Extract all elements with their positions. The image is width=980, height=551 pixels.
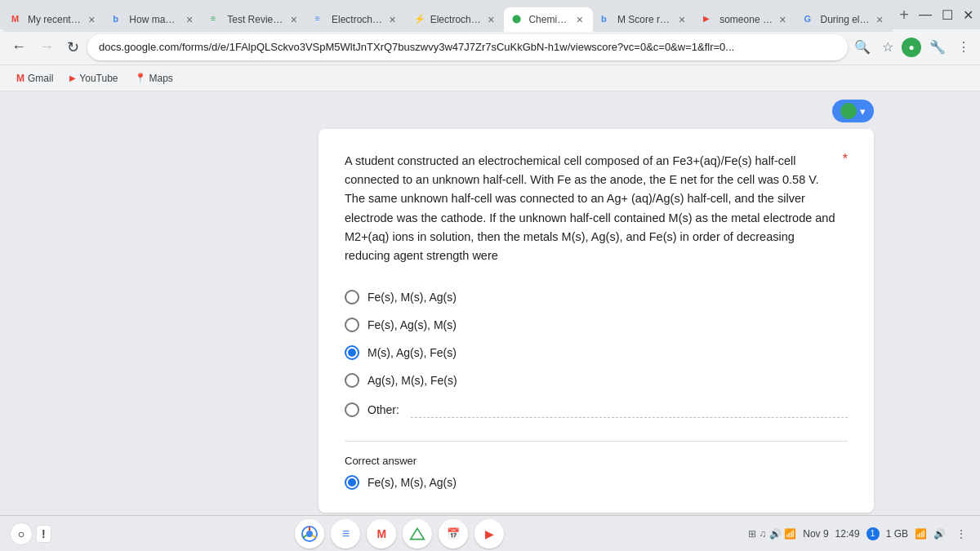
bookmark-maps[interactable]: 📍 Maps [128,69,180,87]
tab-close-icon[interactable]: × [875,12,884,27]
taskbar-menu-button[interactable]: ⋮ [952,524,970,544]
radio-inner [348,349,356,357]
radio-button-2[interactable] [345,318,359,332]
taskbar-calendar-icon[interactable]: 📅 [439,519,468,549]
tab-electroche-1[interactable]: ≡ Electroche... × [307,7,406,32]
back-button[interactable]: ← [7,35,31,59]
close-window-button[interactable]: ✕ [960,7,977,23]
sound-icon: 🔊 [933,528,946,540]
bookmark-youtube[interactable]: ▶ YouTube [63,69,124,87]
question-header: A student constructed an electrochemical… [345,152,848,265]
tab-my-recently[interactable]: M My recently... × [3,7,105,32]
tab-someone[interactable]: ▶ someone b... × [695,7,795,32]
notification-badge: 1 [866,527,880,540]
youtube-icon: ▶ [69,73,76,82]
radio-button-5[interactable] [345,402,359,417]
tab-icon-docs: ≡ [211,14,222,25]
tab-close-icon[interactable]: × [777,12,787,27]
tab-chemistry[interactable]: ⬤ Chemistry × [504,7,593,32]
tab-label: Test Review... [227,14,284,25]
option-item[interactable]: Fe(s), Ag(s), M(s) [345,311,848,339]
address-bar-icons: 🔍 ☆ ● 🔧 ⋮ [851,36,973,58]
reload-button[interactable]: ↻ [62,35,84,60]
taskbar-icons-cluster: ⊞ ♫ 🔊 📶 [748,528,796,540]
taskbar-gmail-icon[interactable]: M [367,519,396,549]
option-label-5: Other: [368,403,399,416]
tab-close-icon[interactable]: × [87,12,96,27]
taskbar-circle-button[interactable]: ○ [10,522,33,545]
radio-button-4[interactable] [345,373,359,388]
docs-icon-symbol: ≡ [342,527,350,541]
taskbar-chrome-icon[interactable] [295,519,324,549]
correct-option: Fe(s), M(s), Ag(s) [345,475,848,490]
tab-icon-lightning: ⚡ [414,14,425,25]
tab-close-icon[interactable]: × [289,12,299,27]
radio-button-1[interactable] [345,290,359,304]
tab-mscore[interactable]: b M Score rel... × [593,7,695,32]
tab-test-review[interactable]: ≡ Test Review... × [203,7,307,32]
wifi-icon: 📶 [915,528,927,540]
extension-icon[interactable]: 🔧 [926,36,949,58]
left-sidebar-space [0,91,212,515]
bookmark-maps-label: Maps [149,73,173,84]
tab-during[interactable]: G During ele... × [795,7,893,32]
option-item-selected[interactable]: M(s), Ag(s), Fe(s) [345,339,848,367]
question-text: A student constructed an electrochemical… [345,152,838,265]
required-star: * [843,152,848,265]
tab-icon-youtube: ▶ [703,14,715,25]
tab-close-icon[interactable]: × [575,12,585,27]
correct-radio-outer [345,475,359,490]
exclamation-button[interactable]: ! [36,525,51,543]
bookmark-icon[interactable]: ☆ [879,36,897,58]
url-input[interactable] [87,34,848,60]
other-text-input[interactable] [411,401,848,418]
calendar-icon-symbol: 📅 [447,527,460,540]
new-tab-button[interactable]: + [893,6,915,24]
options-list: Fe(s), M(s), Ag(s) Fe(s), Ag(s), M(s) M(… [345,283,848,424]
taskbar: ○ ! ≡ M 📅 ▶ [0,515,980,551]
correct-answer-label: Correct answer [345,455,848,467]
avatar-button[interactable]: ▾ [832,100,874,122]
bookmark-gmail-label: Gmail [28,73,53,84]
search-icon[interactable]: 🔍 [851,36,874,58]
menu-button[interactable]: ⋮ [954,36,973,58]
svg-line-4 [304,535,307,537]
tab-close-icon[interactable]: × [486,12,496,27]
option-item[interactable]: Ag(s), M(s), Fe(s) [345,367,848,394]
svg-line-3 [313,535,316,537]
option-label-3: M(s), Ag(s), Fe(s) [368,346,457,359]
tab-icon-docs2: ≡ [315,14,327,25]
option-label-2: Fe(s), Ag(s), M(s) [368,318,457,331]
maps-icon: 📍 [135,73,146,83]
tab-close-icon[interactable]: × [185,12,194,27]
taskbar-play-icon[interactable]: ▶ [474,519,504,549]
tab-label: M Score rel... [617,14,672,25]
bookmark-youtube-label: YouTube [79,73,118,84]
avatar-chevron: ▾ [860,105,866,118]
play-icon-symbol: ▶ [485,527,494,540]
tab-how-many[interactable]: b How many... × [105,7,203,32]
taskbar-left: ○ ! [10,522,51,545]
bookmarks-bar: M Gmail ▶ YouTube 📍 Maps [0,65,980,91]
radio-button-3-selected[interactable] [345,345,359,360]
forward-button[interactable]: → [34,35,59,59]
bookmark-gmail[interactable]: M Gmail [10,69,60,87]
svg-marker-5 [411,528,425,539]
tab-close-icon[interactable]: × [677,12,687,27]
minimize-button[interactable]: — [915,7,935,22]
tab-bar: M My recently... × b How many... × ≡ Tes… [0,0,980,29]
option-item[interactable]: Fe(s), M(s), Ag(s) [345,283,848,311]
taskbar-date: Nov 9 [803,528,828,540]
correct-answer-section: Correct answer Fe(s), M(s), Ag(s) [345,441,848,490]
option-item-other[interactable]: Other: [345,394,848,424]
profile-icon[interactable]: ● [902,38,921,57]
taskbar-docs-icon[interactable]: ≡ [331,519,360,549]
tab-close-icon[interactable]: × [388,12,398,27]
taskbar-right: ⊞ ♫ 🔊 📶 Nov 9 12:49 1 1 GB 📶 🔊 ⋮ [748,524,970,544]
tab-controls: — ☐ ✕ [915,7,977,23]
tab-electroche-2[interactable]: ⚡ Electroche... × [406,7,505,32]
form-container: ▾ A student constructed an electrochemic… [212,91,980,515]
taskbar-drive-icon[interactable] [403,519,432,549]
restore-button[interactable]: ☐ [938,7,956,23]
tab-label: someone b... [719,14,773,25]
